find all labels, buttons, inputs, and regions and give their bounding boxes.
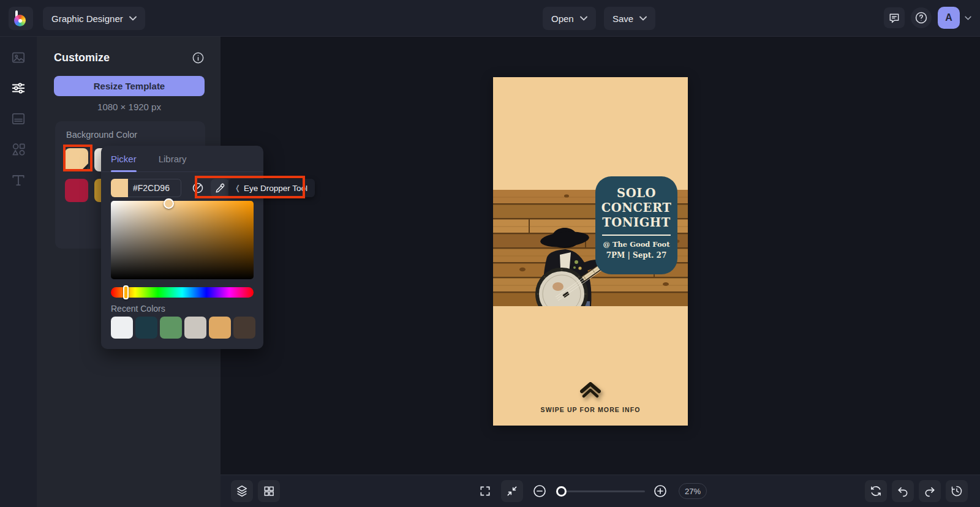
shapes-icon <box>10 141 26 157</box>
open-button[interactable]: Open <box>543 7 596 30</box>
panel-title: Customize <box>54 51 110 64</box>
save-button[interactable]: Save <box>604 7 655 30</box>
background-swatch-current[interactable] <box>65 148 88 171</box>
recent-color-swatch[interactable] <box>160 317 182 339</box>
saturation-value-area[interactable] <box>111 201 254 279</box>
template-dimensions: 1080 × 1920 px <box>54 102 205 112</box>
zoom-out-button[interactable] <box>529 480 551 502</box>
design-canvas[interactable]: SOLO CONCERT TONIGHT @ The Good Foot 7PM… <box>493 77 688 426</box>
zoom-level-badge[interactable]: 27% <box>679 483 707 499</box>
recent-color-swatch[interactable] <box>233 317 255 339</box>
reset-icon <box>870 485 882 497</box>
feedback-button[interactable] <box>884 7 905 28</box>
chevron-down-icon <box>129 16 137 21</box>
rail-item-customize[interactable] <box>5 77 32 99</box>
no-color-button[interactable] <box>189 179 207 197</box>
grid-view-button[interactable] <box>258 480 280 502</box>
tooltip-pointer: ❬ <box>235 184 239 192</box>
tool-rail <box>0 37 37 507</box>
recent-color-swatch[interactable] <box>209 317 231 339</box>
avatar[interactable]: A <box>938 7 960 29</box>
redo-button[interactable] <box>919 480 941 502</box>
event-venue: @ The Good Foot <box>603 240 669 249</box>
rail-item-templates[interactable] <box>5 108 32 130</box>
zoom-slider-knob[interactable] <box>556 486 567 497</box>
event-datetime: 7PM | Sept. 27 <box>606 251 667 260</box>
reset-button[interactable] <box>865 480 887 502</box>
event-title: SOLO CONCERT TONIGHT <box>601 186 672 230</box>
tab-library[interactable]: Library <box>159 146 187 171</box>
image-icon <box>10 50 26 66</box>
hue-slider[interactable] <box>111 287 254 298</box>
zoom-slider-track[interactable] <box>559 490 645 492</box>
recent-color-swatch[interactable] <box>111 317 133 339</box>
text-icon <box>10 172 26 188</box>
rail-item-graphics[interactable] <box>5 138 32 160</box>
card-divider <box>602 235 671 236</box>
help-icon <box>914 11 928 24</box>
eye-dropper-icon <box>214 182 226 194</box>
avatar-initial: A <box>945 12 952 23</box>
app-mode-menu[interactable]: Graphic Designer <box>43 7 145 30</box>
layers-icon <box>235 484 249 498</box>
topbar: Graphic Designer Open Save A <box>0 0 980 37</box>
chevron-down-icon[interactable] <box>965 16 971 20</box>
undo-icon <box>897 485 909 497</box>
recent-colors-label: Recent Colors <box>111 304 165 314</box>
layers-button[interactable] <box>231 480 253 502</box>
event-card[interactable]: SOLO CONCERT TONIGHT @ The Good Foot 7PM… <box>595 176 677 274</box>
zoom-in-button[interactable] <box>649 480 671 502</box>
eye-dropper-tooltip: ❬ Eye Dropper Tool <box>228 179 315 197</box>
save-label: Save <box>612 13 633 24</box>
saturation-cursor[interactable] <box>164 198 174 209</box>
no-color-icon <box>191 181 205 195</box>
template-icon <box>10 111 26 127</box>
undo-button[interactable] <box>892 480 914 502</box>
grid-icon <box>263 485 275 497</box>
fullscreen-button[interactable] <box>474 480 496 502</box>
current-color-preview <box>111 179 128 197</box>
rail-item-text[interactable] <box>5 169 32 191</box>
recent-color-swatch[interactable] <box>135 317 157 339</box>
color-picker-popup: Picker Library ❬ Eye Dropper Tool Recent… <box>101 146 263 349</box>
fit-screen-icon <box>506 485 518 497</box>
background-swatch-crimson[interactable] <box>65 179 88 202</box>
rail-item-images[interactable] <box>5 47 32 69</box>
app-logo[interactable] <box>9 7 33 30</box>
resize-template-button[interactable]: Resize Template <box>54 76 205 96</box>
recent-color-swatch[interactable] <box>184 317 206 339</box>
tab-picker[interactable]: Picker <box>111 146 137 171</box>
swipe-up-text[interactable]: SWIPE UP FOR MORE INFO <box>493 406 688 413</box>
info-icon[interactable] <box>192 51 205 64</box>
workspace: SOLO CONCERT TONIGHT @ The Good Foot 7PM… <box>221 37 980 475</box>
zoom-in-icon <box>653 484 668 498</box>
befunky-logo-icon <box>14 10 28 26</box>
feedback-icon <box>888 12 900 24</box>
chevron-down-icon <box>580 16 587 21</box>
custom-color-fold <box>80 163 88 171</box>
help-button[interactable] <box>911 7 932 28</box>
hex-color-input[interactable] <box>128 179 181 197</box>
history-icon <box>951 485 963 497</box>
zoom-out-icon <box>532 484 547 498</box>
sliders-icon <box>10 80 26 96</box>
swipe-up-arrow-icon[interactable] <box>579 382 601 398</box>
open-label: Open <box>551 13 574 24</box>
background-color-label: Background Color <box>55 121 205 140</box>
fit-to-screen-button[interactable] <box>501 480 523 502</box>
bottombar: 27% <box>221 475 980 507</box>
eye-dropper-button[interactable] <box>211 179 229 197</box>
history-button[interactable] <box>946 480 968 502</box>
fullscreen-icon <box>479 485 491 497</box>
redo-icon <box>924 485 936 497</box>
chevron-down-icon <box>639 16 647 21</box>
app-mode-label: Graphic Designer <box>51 13 123 24</box>
hue-slider-handle[interactable] <box>123 285 129 299</box>
